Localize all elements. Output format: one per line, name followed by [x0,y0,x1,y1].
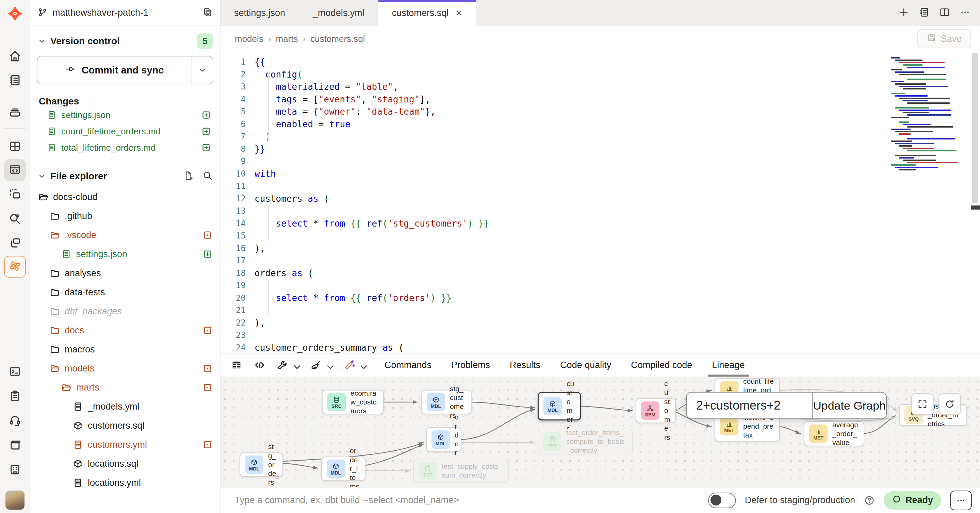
rail-visual-editor-icon[interactable] [4,184,26,205]
notebook-icon[interactable] [919,7,930,19]
tree-item-macros[interactable]: macros [30,340,220,359]
panel-tab-lineage[interactable]: Lineage [712,353,745,376]
format-broom-icon[interactable] [310,359,332,371]
tree-item-.github[interactable]: .github [30,206,220,226]
rail-support-headset-icon[interactable] [4,410,26,432]
code-icon[interactable] [254,359,266,371]
modified-dot-icon [202,440,213,450]
rail-clipboard-icon[interactable] [4,386,26,408]
more-options-button[interactable] [950,491,972,510]
lineage-node-ecom_raw_customers[interactable]: SRC ecom.raw_customers [322,390,384,415]
changed-file-row[interactable]: settings.json [30,107,220,123]
update-graph-button[interactable]: Update Graph [812,392,886,418]
panel-tab-commands[interactable]: Commands [385,353,431,376]
close-icon[interactable] [455,9,463,17]
lineage-node-stg_orders[interactable]: MDL stg_orders [240,453,283,477]
panel-tab-compiled-code[interactable]: Compiled code [631,353,692,376]
commit-options-caret[interactable] [192,56,213,84]
help-question-icon[interactable] [864,495,875,506]
results-table-icon[interactable] [231,359,242,371]
changes-label: Changes [30,96,220,107]
save-button[interactable]: Save [917,29,971,48]
tree-item-locations.sql[interactable]: locations.sql [30,454,220,473]
code-line: 10with [221,168,980,180]
refresh-graph-button[interactable] [939,393,961,415]
tree-item-dbt_packages[interactable]: dbt_packages [30,302,220,321]
rail-orbit-icon[interactable] [4,256,26,278]
status-badge: Ready [884,491,941,510]
stage-plus-icon[interactable] [201,126,211,137]
commit-label: Commit and sync [82,65,164,76]
panel-tab-results[interactable]: Results [510,353,540,376]
minimap[interactable] [891,57,966,169]
tree-item-docs[interactable]: docs [30,321,220,340]
code-line: 3 materialized = "table", [221,81,980,93]
tab-_models.yml[interactable]: _models.yml [299,0,379,26]
new-tab-icon[interactable] [898,7,909,19]
editor-scrollbar[interactable] [971,52,980,353]
overflow-menu-icon[interactable] [959,7,970,19]
tree-item-customers.sql[interactable]: customers.sql [30,416,220,435]
tree-item-customers.yml[interactable]: customers.yml [30,435,220,454]
rail-dashboard-icon[interactable] [4,136,26,158]
rail-explore-icon[interactable] [4,208,26,230]
user-avatar[interactable] [4,489,26,511]
tab-customers.sql[interactable]: customers.sql [379,0,477,26]
rail-ide-editor-icon[interactable] [4,159,26,181]
branch-name[interactable]: matthewshaver-patch-1 [52,8,198,18]
tree-item-data-tests[interactable]: data-tests [30,283,220,302]
rail-notebook-icon[interactable] [4,70,26,92]
lineage-node-customers_model[interactable]: MDL customers [538,392,581,421]
tree-item-marts[interactable]: marts [30,378,220,397]
tree-item-settings.json[interactable]: settings.json [30,245,220,264]
copy-branch-icon[interactable] [202,7,213,19]
commit-and-sync-button[interactable]: Commit and sync [37,56,213,84]
rail-environments-icon[interactable] [4,102,26,124]
tab-settings.json[interactable]: settings.json [221,0,299,26]
stage-plus-icon[interactable] [201,143,211,153]
lineage-node-order_items[interactable]: MDL order_items [321,457,366,481]
rail-organization-icon[interactable] [4,459,26,481]
rail-docs-book-icon[interactable] [4,435,26,457]
version-control-header[interactable]: Version control 5 [30,33,220,49]
ai-assist-icon[interactable] [344,359,366,371]
file-explorer-header[interactable]: File explorer [30,170,220,182]
tree-item-.vscode[interactable]: .vscode [30,226,220,245]
defer-toggle[interactable] [708,492,736,508]
code-line: 20 select * from {{ ref('orders') }} [221,292,980,305]
changed-file-row[interactable]: count_lifetime_orders.md [30,123,220,140]
lineage-node-average_order_value[interactable]: MET average_order_value [804,421,864,446]
lineage-selector-input[interactable]: 2+customers+2 [687,392,812,418]
changed-file-row[interactable]: total_lifetime_orders.md [30,140,220,156]
tree-item-analyses[interactable]: analyses [30,264,220,283]
search-icon[interactable] [202,170,213,182]
lineage-node-test_supply_costs[interactable]: TST test_supply_costs_sum_correctly [413,459,509,483]
lineage-graph[interactable]: SRC ecom.raw_customers MDL stg_customers… [221,377,980,487]
tree-item-docs-cloud[interactable]: docs-cloud [30,187,220,206]
rail-home-icon[interactable] [4,46,26,68]
lineage-node-stg_customers[interactable]: MDL stg_customers [421,390,472,415]
breadcrumb-marts[interactable]: marts [276,34,298,44]
split-editor-icon[interactable] [939,7,950,19]
lineage-node-test_order_items[interactable]: TST test_order_items_compute_to_bools_co… [538,429,633,454]
lineage-node-orders[interactable]: MDL orders [426,427,461,452]
stage-plus-icon[interactable] [202,249,213,259]
build-tools-icon[interactable] [277,359,299,371]
panel-tab-code-quality[interactable]: Code quality [560,353,611,376]
command-input[interactable]: Type a command, ex. dbt build --select <… [235,495,699,505]
tree-item-locations.yml[interactable]: locations.yml [30,473,220,492]
panel-tab-problems[interactable]: Problems [451,353,490,376]
fullscreen-button[interactable] [911,393,934,415]
lineage-node-customers_semantic[interactable]: SEM customers [636,398,676,423]
indent-guide [268,206,269,240]
tree-item-models[interactable]: models [30,359,220,378]
code-editor[interactable]: 1{{2 config(3 materialized = "table",4 t… [221,52,980,353]
tree-item-_models.yml[interactable]: _models.yml [30,397,220,416]
rail-terminal-icon[interactable] [4,361,26,383]
code-line: 2 config( [221,68,980,81]
rail-integrations-icon[interactable] [4,233,26,254]
breadcrumb-models[interactable]: models [235,34,263,44]
code-line: 21 [221,304,980,317]
stage-plus-icon[interactable] [201,110,211,120]
new-file-icon[interactable] [183,170,194,182]
